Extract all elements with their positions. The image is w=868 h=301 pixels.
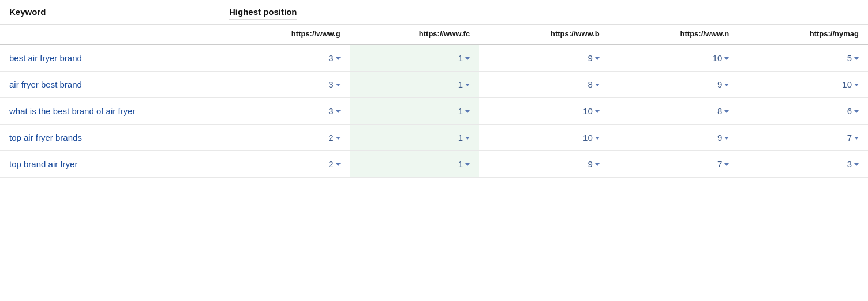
- value-cell[interactable]: 5: [738, 44, 868, 72]
- value-cell[interactable]: 9: [609, 72, 739, 98]
- rank-value: 10: [583, 133, 593, 142]
- url-subheader-row: https://www.g https://www.fc https://www…: [0, 24, 868, 44]
- value-with-arrow: 9: [588, 159, 599, 169]
- value-cell[interactable]: 1: [350, 44, 480, 72]
- table-row: best air fryer brand319105: [0, 44, 868, 72]
- value-with-arrow: 10: [583, 106, 600, 116]
- value-cell[interactable]: 7: [609, 151, 739, 178]
- value-cell[interactable]: 3: [738, 151, 868, 178]
- down-arrow-icon: [336, 110, 341, 113]
- value-cell[interactable]: 3: [220, 98, 350, 125]
- down-arrow-icon: [854, 110, 859, 113]
- table-row: top brand air fryer21973: [0, 151, 868, 178]
- rank-value: 3: [328, 80, 333, 89]
- rank-value: 3: [328, 106, 333, 116]
- value-cell[interactable]: 1: [350, 98, 480, 125]
- value-with-arrow: 7: [717, 159, 729, 169]
- url-header-2: https://www.fc: [350, 24, 480, 44]
- value-with-arrow: 9: [717, 80, 729, 89]
- keyword-cell[interactable]: what is the best brand of air fryer: [0, 98, 220, 125]
- value-cell[interactable]: 1: [350, 72, 480, 98]
- value-cell[interactable]: 2: [220, 125, 350, 151]
- value-cell[interactable]: 10: [479, 125, 609, 151]
- keyword-cell[interactable]: best air fryer brand: [0, 44, 220, 72]
- value-with-arrow: 2: [328, 133, 340, 142]
- value-with-arrow: 3: [328, 53, 340, 63]
- value-with-arrow: 9: [717, 133, 729, 142]
- keyword-cell[interactable]: top brand air fryer: [0, 151, 220, 178]
- value-cell[interactable]: 3: [220, 72, 350, 98]
- value-cell[interactable]: 1: [350, 151, 480, 178]
- value-with-arrow: 3: [328, 106, 340, 116]
- keyword-column-header: Keyword: [0, 0, 220, 24]
- rank-value: 9: [717, 133, 722, 142]
- value-cell[interactable]: 9: [609, 125, 739, 151]
- keyword-sub-header: [0, 24, 220, 44]
- rank-value: 5: [847, 53, 852, 63]
- down-arrow-icon: [336, 57, 341, 60]
- url-header-5: https://nymag: [738, 24, 868, 44]
- keyword-cell[interactable]: top air fryer brands: [0, 125, 220, 151]
- value-cell[interactable]: 3: [220, 44, 350, 72]
- value-cell[interactable]: 10: [609, 44, 739, 72]
- value-with-arrow: 3: [847, 159, 859, 169]
- value-cell[interactable]: 8: [479, 72, 609, 98]
- down-arrow-icon: [854, 57, 859, 60]
- rank-value: 9: [588, 53, 592, 63]
- keyword-cell[interactable]: air fryer best brand: [0, 72, 220, 98]
- value-with-arrow: 6: [847, 106, 859, 116]
- down-arrow-icon: [724, 137, 729, 140]
- value-cell[interactable]: 6: [738, 98, 868, 125]
- value-cell[interactable]: 7: [738, 125, 868, 151]
- value-with-arrow: 1: [458, 80, 470, 89]
- value-with-arrow: 10: [842, 80, 859, 89]
- down-arrow-icon: [724, 57, 729, 60]
- value-with-arrow: 3: [328, 80, 340, 89]
- table-row: what is the best brand of air fryer31108…: [0, 98, 868, 125]
- rank-value: 1: [458, 53, 463, 63]
- rankings-table: Keyword Highest position https://www.g h…: [0, 0, 868, 178]
- value-with-arrow: 8: [588, 80, 599, 89]
- value-cell[interactable]: 9: [479, 151, 609, 178]
- rank-value: 10: [842, 80, 852, 89]
- value-cell[interactable]: 10: [738, 72, 868, 98]
- value-cell[interactable]: 8: [609, 98, 739, 125]
- rank-value: 1: [458, 159, 463, 169]
- value-with-arrow: 5: [847, 53, 859, 63]
- value-with-arrow: 9: [588, 53, 599, 63]
- down-arrow-icon: [465, 57, 470, 60]
- url-header-3: https://www.b: [479, 24, 609, 44]
- rank-value: 7: [717, 159, 722, 169]
- down-arrow-icon: [465, 163, 470, 166]
- url-header-4: https://www.n: [609, 24, 739, 44]
- value-cell[interactable]: 10: [479, 98, 609, 125]
- down-arrow-icon: [465, 84, 470, 86]
- down-arrow-icon: [595, 57, 600, 60]
- main-table-container: Keyword Highest position https://www.g h…: [0, 0, 868, 178]
- rank-value: 3: [847, 159, 852, 169]
- table-row: top air fryer brands211097: [0, 125, 868, 151]
- down-arrow-icon: [724, 163, 729, 166]
- url-header-1: https://www.g: [220, 24, 350, 44]
- value-cell[interactable]: 9: [479, 44, 609, 72]
- down-arrow-icon: [336, 84, 341, 86]
- rank-value: 1: [458, 80, 463, 89]
- rank-value: 2: [328, 133, 333, 142]
- down-arrow-icon: [465, 137, 470, 140]
- rank-value: 10: [713, 53, 723, 63]
- value-with-arrow: 10: [583, 133, 600, 142]
- rank-value: 1: [458, 106, 463, 116]
- value-cell[interactable]: 2: [220, 151, 350, 178]
- down-arrow-icon: [854, 163, 859, 166]
- value-with-arrow: 10: [713, 53, 729, 63]
- value-cell[interactable]: 1: [350, 125, 480, 151]
- rank-value: 2: [328, 159, 333, 169]
- highest-position-header: Highest position: [220, 0, 868, 24]
- rank-value: 9: [588, 159, 592, 169]
- down-arrow-icon: [336, 163, 341, 166]
- rank-value: 3: [328, 53, 333, 63]
- down-arrow-icon: [595, 163, 600, 166]
- header-group-row: Keyword Highest position: [0, 0, 868, 24]
- rank-value: 7: [847, 133, 852, 142]
- rank-value: 8: [717, 106, 722, 116]
